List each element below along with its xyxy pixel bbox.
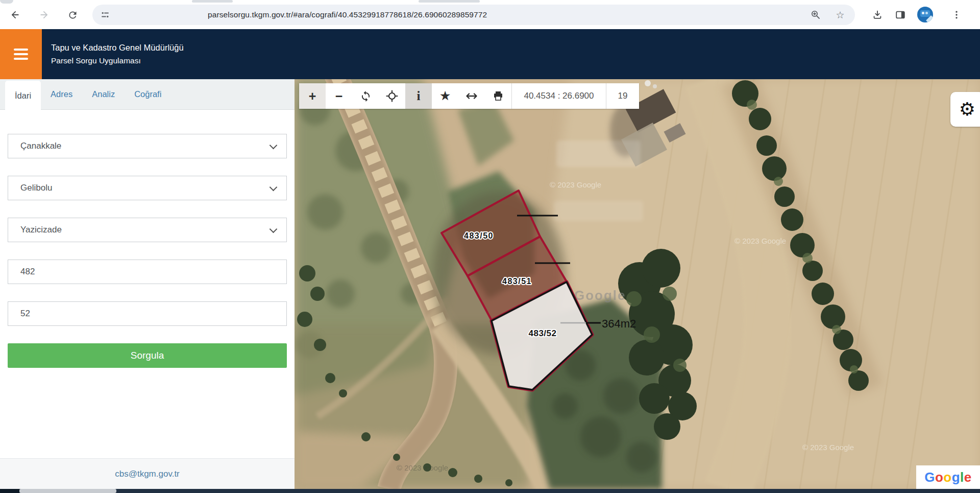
map-settings-button[interactable]: ⚙ [950, 92, 980, 127]
locate-button[interactable] [379, 83, 405, 109]
app-title-line2: Parsel Sorgu Uygulaması [51, 56, 184, 65]
info-icon: i [417, 89, 421, 103]
zoom-out-button[interactable]: − [326, 83, 352, 109]
tab-idari[interactable]: İdari [5, 81, 41, 110]
map-viewport[interactable]: © 2023 Google © 2023 Google Google © 202… [295, 79, 980, 489]
neighborhood-select[interactable]: Yazicizade [8, 218, 287, 242]
parcel-label-483-52: 483/52 [529, 328, 557, 338]
measure-button[interactable] [458, 83, 485, 109]
info-tool-button[interactable]: i [405, 83, 432, 109]
contact-email-link[interactable]: cbs@tkgm.gov.tr [115, 469, 180, 479]
scrollbar-corner [0, 489, 19, 493]
google-watermark: © 2023 Google [802, 443, 854, 452]
province-select[interactable]: Çanakkale [8, 134, 287, 158]
zoom-level-display: 19 [606, 83, 639, 109]
google-logo: G o o g l e [916, 465, 980, 489]
browser-menu-icon[interactable] [950, 8, 963, 21]
sidebar-footer: cbs@tkgm.gov.tr [0, 458, 295, 489]
coordinates-display: 40.4534 : 26.6900 [511, 83, 606, 109]
star-icon: ★ [440, 89, 450, 103]
query-tabs: İdari Adres Analiz Coğrafi [0, 79, 295, 110]
query-sidebar: İdari Adres Analiz Coğrafi Çanakkale Gel… [0, 79, 295, 489]
scrollbar-thumb[interactable] [19, 489, 116, 493]
google-watermark: © 2023 Google [734, 237, 786, 245]
parcel-label-483-50: 483/50 [464, 231, 494, 240]
tab-strip-remnant [192, 0, 233, 3]
zoom-in-button[interactable]: + [299, 83, 326, 109]
printer-icon [492, 90, 504, 102]
hamburger-icon [14, 49, 28, 51]
forward-icon[interactable] [38, 9, 50, 21]
tab-strip-remnant [419, 0, 480, 3]
sorgula-button[interactable]: Sorgula [8, 343, 287, 368]
site-settings-icon[interactable] [99, 9, 111, 21]
refresh-button[interactable] [352, 83, 379, 109]
chevron-down-icon [270, 142, 278, 150]
province-value: Çanakkale [20, 141, 61, 151]
map-toolbar: + − i ★ 40.4534 : 26.6900 19 [299, 83, 639, 109]
chevron-down-icon [270, 183, 278, 192]
profile-avatar[interactable] [917, 7, 933, 22]
browser-toolbar: parselsorgu.tkgm.gov.tr/#ara/cografi/40.… [0, 0, 980, 29]
chevron-down-icon [270, 225, 278, 233]
google-watermark: © 2023 Google [550, 180, 601, 189]
horizontal-scrollbar[interactable] [0, 489, 980, 493]
neighborhood-value: Yazicizade [20, 225, 62, 235]
parcel-area-label: 364m2 [602, 317, 636, 330]
tab-strip-remnant [0, 0, 13, 4]
refresh-icon [360, 90, 372, 102]
side-panel-icon[interactable] [894, 8, 907, 21]
tab-analiz[interactable]: Analiz [82, 79, 125, 109]
app-title-line1: Tapu ve Kadastro Genel Müdürlüğü [51, 43, 184, 53]
app-title: Tapu ve Kadastro Genel Müdürlüğü Parsel … [51, 29, 184, 79]
google-watermark: © 2023 Google [397, 463, 448, 472]
tab-cografi[interactable]: Coğrafi [125, 79, 171, 109]
parcel-value: 52 [20, 309, 30, 319]
block-value: 482 [20, 267, 35, 277]
download-icon[interactable] [871, 8, 884, 21]
bookmark-star-icon[interactable]: ☆ [834, 9, 846, 21]
block-input[interactable]: 482 [8, 260, 287, 284]
address-bar[interactable]: parselsorgu.tkgm.gov.tr/#ara/cografi/40.… [92, 5, 855, 25]
arrows-horizontal-icon [465, 90, 478, 102]
parcel-input[interactable]: 52 [8, 301, 287, 326]
zoom-page-icon[interactable] [810, 9, 822, 21]
district-select[interactable]: Gelibolu [8, 176, 287, 200]
satellite-imagery[interactable]: © 2023 Google © 2023 Google Google © 202… [295, 79, 980, 489]
gear-icon: ⚙ [959, 99, 975, 120]
url-text[interactable]: parselsorgu.tkgm.gov.tr/#ara/cografi/40.… [208, 5, 487, 25]
district-value: Gelibolu [20, 183, 52, 193]
favorites-button[interactable]: ★ [432, 83, 458, 109]
app-header: Tapu ve Kadastro Genel Müdürlüğü Parsel … [0, 29, 980, 79]
crosshair-icon [386, 90, 398, 102]
tab-adres[interactable]: Adres [41, 79, 82, 109]
parcel-label-483-51: 483/51 [502, 277, 532, 286]
back-icon[interactable] [9, 9, 21, 21]
google-ghost-watermark: Google [574, 288, 626, 303]
print-button[interactable] [485, 83, 511, 109]
reload-icon[interactable] [66, 9, 79, 21]
hamburger-menu-button[interactable] [0, 29, 42, 79]
